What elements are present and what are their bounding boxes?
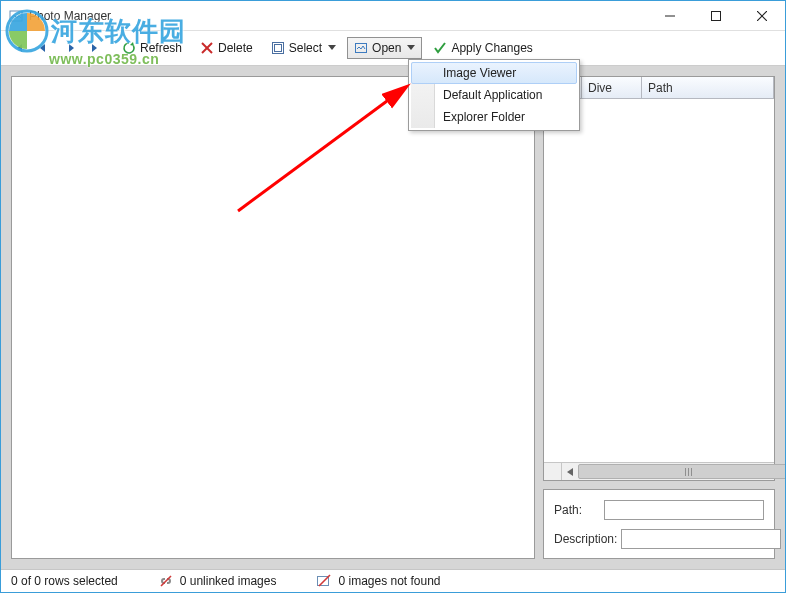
delete-icon xyxy=(200,41,214,55)
grid-body[interactable] xyxy=(544,99,774,462)
statusbar: 0 of 0 rows selected 0 unlinked images 0… xyxy=(1,569,785,592)
open-icon xyxy=(354,41,368,55)
svg-rect-3 xyxy=(712,11,721,20)
delete-button[interactable]: Delete xyxy=(193,37,260,59)
path-input[interactable] xyxy=(604,500,764,520)
refresh-icon xyxy=(122,41,136,55)
menu-item-default-application[interactable]: Default Application xyxy=(411,84,577,106)
nav-next-button[interactable] xyxy=(62,38,82,58)
horizontal-scrollbar[interactable] xyxy=(544,462,774,480)
svg-rect-9 xyxy=(274,45,281,52)
select-label: Select xyxy=(289,41,322,55)
select-icon xyxy=(271,41,285,55)
delete-label: Delete xyxy=(218,41,253,55)
refresh-button[interactable]: Refresh xyxy=(115,37,189,59)
description-input[interactable] xyxy=(621,529,781,549)
app-icon xyxy=(9,9,23,23)
path-label: Path: xyxy=(554,503,600,517)
content-area: Dive Path xyxy=(1,66,785,569)
toolbar: Refresh Delete Select Open xyxy=(1,31,785,66)
refresh-label: Refresh xyxy=(140,41,182,55)
open-dropdown: Image Viewer Default Application Explore… xyxy=(408,59,580,131)
details-panel: Path: Description: xyxy=(543,489,775,559)
column-dive[interactable]: Dive xyxy=(582,77,642,98)
window-controls xyxy=(647,1,785,30)
apply-label: Apply Changes xyxy=(451,41,532,55)
titlebar: Photo Manager xyxy=(1,1,785,31)
notfound-icon xyxy=(316,574,332,588)
description-label: Description: xyxy=(554,532,617,546)
preview-panel xyxy=(11,76,535,559)
svg-point-1 xyxy=(18,12,20,14)
svg-rect-0 xyxy=(10,11,22,21)
window-title: Photo Manager xyxy=(29,9,111,23)
open-button[interactable]: Open xyxy=(347,37,422,59)
check-icon xyxy=(433,41,447,55)
apply-changes-button[interactable]: Apply Changes xyxy=(426,37,539,59)
scroll-left-arrow[interactable] xyxy=(562,463,578,480)
status-notfound: 0 images not found xyxy=(316,574,440,588)
unlinked-icon xyxy=(158,574,174,588)
menu-item-explorer-folder[interactable]: Explorer Folder xyxy=(411,106,577,128)
status-selection: 0 of 0 rows selected xyxy=(11,574,118,588)
close-button[interactable] xyxy=(739,1,785,30)
select-button[interactable]: Select xyxy=(264,37,343,59)
chevron-down-icon xyxy=(407,45,415,51)
chevron-down-icon xyxy=(328,45,336,51)
open-label: Open xyxy=(372,41,401,55)
nav-last-button[interactable] xyxy=(86,38,106,58)
menu-item-image-viewer[interactable]: Image Viewer xyxy=(411,62,577,84)
maximize-button[interactable] xyxy=(693,1,739,30)
grid-panel: Dive Path xyxy=(543,76,775,481)
nav-first-button[interactable] xyxy=(8,38,28,58)
scroll-thumb[interactable] xyxy=(578,464,786,479)
nav-prev-button[interactable] xyxy=(32,38,52,58)
column-path[interactable]: Path xyxy=(642,77,774,98)
minimize-button[interactable] xyxy=(647,1,693,30)
status-unlinked: 0 unlinked images xyxy=(158,574,277,588)
